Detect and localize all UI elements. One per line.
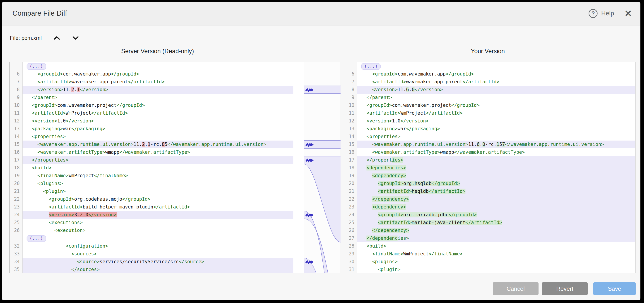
line-number: 24 xyxy=(10,211,22,219)
code-line: <groupId>org.mariadb.jdbc</groupId> xyxy=(357,211,635,219)
line-number: 18 xyxy=(10,164,22,172)
code-line: <build> xyxy=(357,242,635,250)
diff-connector-map xyxy=(304,62,340,273)
line-number: 11 xyxy=(340,109,357,117)
right-code-panel-editable[interactable]: (...) <groupId>com.wavemaker.app</groupI… xyxy=(357,62,635,273)
code-line: <groupId>com.wavemaker.project</groupId> xyxy=(22,102,294,109)
code-line: <groupId>org.codehaus.mojo</groupId> xyxy=(22,195,294,203)
line-number: 25 xyxy=(340,219,357,226)
code-line: <version>11.2.1</version> xyxy=(22,86,294,94)
code-line: <plugins> xyxy=(22,180,294,188)
code-line: <artifactId>WmProject</artifactId> xyxy=(22,109,294,117)
code-line: </properties> xyxy=(22,156,294,164)
apply-change-arrow-icon[interactable] xyxy=(305,212,314,218)
code-line: <groupId>com.wavemaker.project</groupId> xyxy=(357,102,635,109)
line-number: 29 xyxy=(340,250,357,258)
code-line: <artifactId>wavemaker-app-parent</artifa… xyxy=(22,78,294,86)
line-number: 35 xyxy=(10,266,22,273)
diff-connector-strip xyxy=(304,62,340,273)
code-line: <artifactId>hsqldb</artifactId> xyxy=(357,188,635,195)
line-number: 20 xyxy=(10,180,22,188)
code-line: (...) xyxy=(22,62,294,70)
code-line: <version>1.0</version> xyxy=(22,117,294,125)
line-number: 33 xyxy=(10,250,22,258)
diff-editor: 6789101112131415161718192021222324252632… xyxy=(10,62,636,273)
close-icon[interactable]: ✕ xyxy=(624,9,632,18)
line-number: 8 xyxy=(340,86,357,94)
code-line: <packaging>war</packaging> xyxy=(357,125,635,133)
line-number: 14 xyxy=(340,133,357,140)
next-diff-chevron-down-icon[interactable] xyxy=(72,36,79,40)
code-line: (...) xyxy=(22,234,294,242)
code-line: (...) xyxy=(357,62,635,70)
help-label: Help xyxy=(601,10,614,17)
right-line-number-gutter: 6789101112131415161718192021222324252627… xyxy=(340,62,357,273)
collapsed-region-pill[interactable]: (...) xyxy=(361,63,380,70)
line-number: 32 xyxy=(10,242,22,250)
code-line: <plugin> xyxy=(22,188,294,195)
line-number: 8 xyxy=(10,86,22,94)
code-line: <sources> xyxy=(22,250,294,258)
cancel-button[interactable]: Cancel xyxy=(493,282,538,295)
line-number: 16 xyxy=(340,148,357,156)
code-line: <wavemaker.artifactType>wmapp</wavemaker… xyxy=(22,148,294,156)
help-icon: ? xyxy=(588,9,598,18)
code-line: <dependency> xyxy=(357,172,635,180)
line-number: 24 xyxy=(340,211,357,219)
help-button[interactable]: ? Help xyxy=(588,9,614,18)
line-number: 20 xyxy=(340,180,357,188)
line-number: 6 xyxy=(340,70,357,78)
code-line: <configuration> xyxy=(22,242,294,250)
line-number: 22 xyxy=(10,195,22,203)
line-number: 19 xyxy=(340,172,357,180)
save-button[interactable]: Save xyxy=(593,282,636,295)
line-number: 15 xyxy=(10,140,22,148)
collapsed-region-pill[interactable]: (...) xyxy=(26,63,46,70)
line-number: 27 xyxy=(340,234,357,242)
code-line: <wavemaker.app.runtime.ui.version>11.6.0… xyxy=(357,140,635,148)
left-code-panel-readonly[interactable]: (...) <groupId>com.wavemaker.app</groupI… xyxy=(22,62,294,273)
code-line: </sources> xyxy=(22,266,294,273)
apply-change-arrow-icon[interactable] xyxy=(305,158,314,163)
line-number: 12 xyxy=(10,117,22,125)
line-number: 34 xyxy=(10,258,22,266)
line-number: 25 xyxy=(10,219,22,226)
line-number: 12 xyxy=(340,117,357,125)
line-number: 9 xyxy=(10,94,22,102)
revert-button[interactable]: Revert xyxy=(542,282,588,295)
line-number: 23 xyxy=(340,203,357,211)
code-line: <groupId>com.wavemaker.app</groupId> xyxy=(357,70,635,78)
code-line: <plugin> xyxy=(357,266,635,273)
line-number: 13 xyxy=(340,125,357,133)
code-line: </dependency> xyxy=(357,195,635,203)
collapsed-region-pill[interactable]: (...) xyxy=(26,235,46,242)
line-number: 9 xyxy=(340,94,357,102)
line-number: 14 xyxy=(10,133,22,140)
apply-change-arrow-icon[interactable] xyxy=(305,87,314,93)
apply-change-arrow-icon[interactable] xyxy=(305,259,314,265)
line-number: 18 xyxy=(340,164,357,172)
code-line: </dependencies> xyxy=(357,234,635,242)
line-number: 10 xyxy=(10,102,22,109)
code-line: <packaging>war</packaging> xyxy=(22,125,294,133)
line-number: 21 xyxy=(340,188,357,195)
code-line: <execution> xyxy=(22,226,294,234)
code-line: </dependency> xyxy=(357,226,635,234)
file-name-label: File: pom.xml xyxy=(10,35,42,41)
line-number: 22 xyxy=(340,195,357,203)
previous-diff-chevron-up-icon[interactable] xyxy=(53,36,60,40)
apply-change-arrow-icon[interactable] xyxy=(305,142,314,148)
line-number: 13 xyxy=(10,125,22,133)
code-line: <dependencies> xyxy=(357,164,635,172)
dialog-title: Compare File Diff xyxy=(12,10,67,18)
line-number: 31 xyxy=(340,266,357,273)
line-number: 15 xyxy=(340,140,357,148)
file-navigation-bar: File: pom.xml xyxy=(10,35,79,41)
code-line: <version>3.2.0</version> xyxy=(22,211,294,219)
code-line: <build> xyxy=(22,164,294,172)
line-number: 17 xyxy=(10,156,22,164)
line-number: 26 xyxy=(10,226,22,234)
code-line: </parent> xyxy=(357,94,635,102)
line-number: 30 xyxy=(340,258,357,266)
left-panel-scroll-margin xyxy=(294,62,304,273)
